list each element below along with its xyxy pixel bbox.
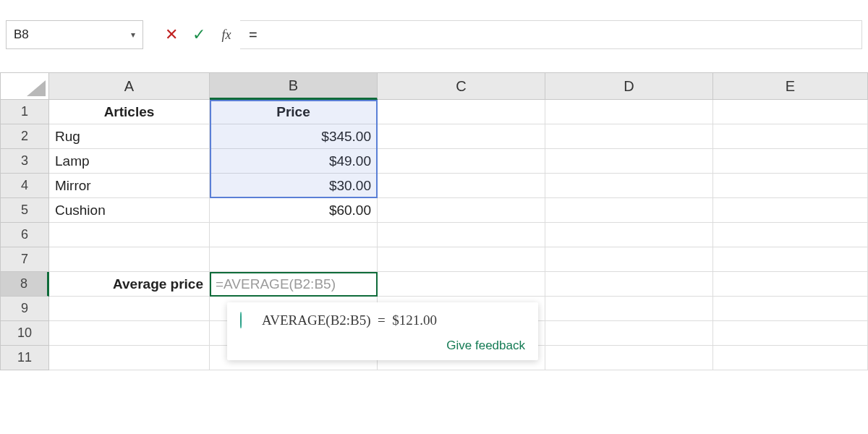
cell-C5[interactable]: [378, 198, 545, 223]
confirm-button[interactable]: ✓: [185, 20, 213, 49]
cell-A4[interactable]: Mirror: [49, 174, 210, 198]
cell-B5[interactable]: $60.00: [210, 198, 378, 223]
row-1: 1 Articles Price: [0, 100, 868, 124]
name-box[interactable]: B8 ▾: [6, 20, 143, 49]
cell-A8[interactable]: Average price: [49, 272, 210, 297]
suggestion-text: AVERAGE(B2:B5) = $121.00: [262, 312, 437, 328]
sheet-grid: A B C D E 1 Articles Price 2 Rug $345.00…: [0, 72, 868, 370]
cell-E8[interactable]: [713, 272, 868, 297]
chevron-down-icon[interactable]: ▾: [131, 30, 135, 40]
row-header-4[interactable]: 4: [0, 174, 49, 198]
row-header-1[interactable]: 1: [0, 100, 49, 124]
cell-B4[interactable]: $30.00: [210, 174, 378, 198]
cell-D4[interactable]: [545, 174, 713, 198]
row-header-6[interactable]: 6: [0, 223, 49, 247]
cell-C8[interactable]: [378, 272, 545, 297]
column-header-row: A B C D E: [0, 72, 868, 100]
cell-E11[interactable]: [713, 346, 868, 370]
cell-D9[interactable]: [545, 297, 713, 321]
cell-B6[interactable]: [210, 223, 378, 247]
row-header-3[interactable]: 3: [0, 149, 49, 174]
col-header-C[interactable]: C: [378, 72, 545, 100]
row-header-10[interactable]: 10: [0, 321, 49, 346]
cell-D11[interactable]: [545, 346, 713, 370]
cell-E1[interactable]: [713, 100, 868, 124]
row-header-5[interactable]: 5: [0, 198, 49, 223]
col-header-B[interactable]: B: [210, 72, 378, 100]
cell-D3[interactable]: [545, 149, 713, 174]
cell-D2[interactable]: [545, 124, 713, 149]
row-5: 5 Cushion $60.00: [0, 198, 868, 223]
lightbulb-icon: [240, 312, 253, 328]
cell-D5[interactable]: [545, 198, 713, 223]
formula-bar: B8 ▾ ✕ ✓ fx =: [6, 20, 862, 49]
row-7: 7: [0, 247, 868, 272]
cell-E5[interactable]: [713, 198, 868, 223]
cell-E9[interactable]: [713, 297, 868, 321]
cell-A9[interactable]: [49, 297, 210, 321]
give-feedback-link[interactable]: Give feedback: [240, 339, 525, 353]
cell-A7[interactable]: [49, 247, 210, 272]
cell-A11[interactable]: [49, 346, 210, 370]
row-header-2[interactable]: 2: [0, 124, 49, 149]
cell-E3[interactable]: [713, 149, 868, 174]
row-header-9[interactable]: 9: [0, 297, 49, 321]
cell-C7[interactable]: [378, 247, 545, 272]
cell-B2[interactable]: $345.00: [210, 124, 378, 149]
cell-C3[interactable]: [378, 149, 545, 174]
select-all-corner[interactable]: [0, 72, 49, 100]
row-header-8[interactable]: 8: [0, 272, 49, 297]
cell-A10[interactable]: [49, 321, 210, 346]
col-header-A[interactable]: A: [49, 72, 210, 100]
formula-input[interactable]: =: [240, 20, 862, 49]
col-header-D[interactable]: D: [545, 72, 713, 100]
cell-E10[interactable]: [713, 321, 868, 346]
cell-C2[interactable]: [378, 124, 545, 149]
cell-D6[interactable]: [545, 223, 713, 247]
cell-D10[interactable]: [545, 321, 713, 346]
row-2: 2 Rug $345.00: [0, 124, 868, 149]
row-6: 6: [0, 223, 868, 247]
cell-A2[interactable]: Rug: [49, 124, 210, 149]
cell-B7[interactable]: [210, 247, 378, 272]
name-box-value: B8: [14, 27, 29, 42]
cancel-button[interactable]: ✕: [158, 20, 185, 49]
col-header-E[interactable]: E: [713, 72, 868, 100]
row-header-7[interactable]: 7: [0, 247, 49, 272]
row-8: 8 Average price: [0, 272, 868, 297]
cell-C6[interactable]: [378, 223, 545, 247]
cell-E4[interactable]: [713, 174, 868, 198]
row-header-11[interactable]: 11: [0, 346, 49, 370]
row-4: 4 Mirror $30.00: [0, 174, 868, 198]
cell-D8[interactable]: [545, 272, 713, 297]
cell-B3[interactable]: $49.00: [210, 149, 378, 174]
fx-icon[interactable]: fx: [213, 20, 240, 49]
active-cell-editor[interactable]: =AVERAGE(B2:B5): [210, 272, 378, 297]
cell-E2[interactable]: [713, 124, 868, 149]
cell-D7[interactable]: [545, 247, 713, 272]
cell-A5[interactable]: Cushion: [49, 198, 210, 223]
formula-suggestion-tooltip: AVERAGE(B2:B5) = $121.00 Give feedback: [227, 302, 538, 360]
cell-A3[interactable]: Lamp: [49, 149, 210, 174]
row-3: 3 Lamp $49.00: [0, 149, 868, 174]
cell-E7[interactable]: [713, 247, 868, 272]
cell-A6[interactable]: [49, 223, 210, 247]
cell-E6[interactable]: [713, 223, 868, 247]
cell-D1[interactable]: [545, 100, 713, 124]
cell-C4[interactable]: [378, 174, 545, 198]
cell-A1[interactable]: Articles: [49, 100, 210, 124]
cell-C1[interactable]: [378, 100, 545, 124]
cell-B1[interactable]: Price: [210, 100, 378, 124]
